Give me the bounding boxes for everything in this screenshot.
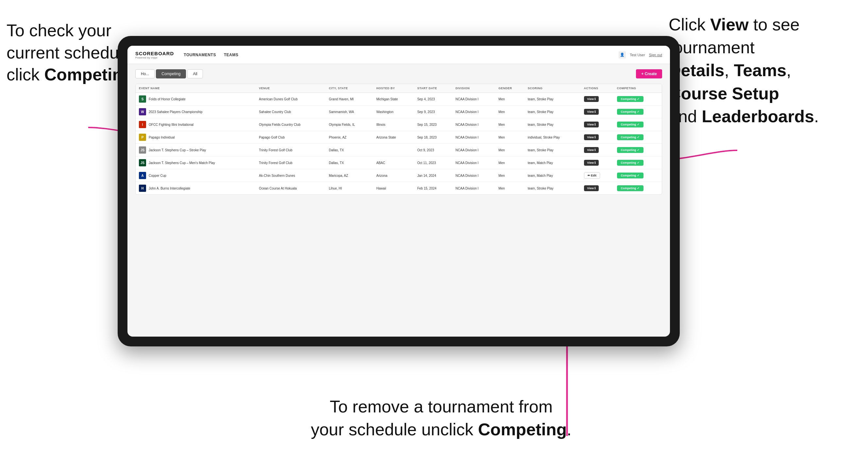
scoring-cell: team, Stroke Play bbox=[525, 93, 581, 105]
col-hosted-by: HOSTED BY bbox=[373, 84, 414, 93]
competing-button[interactable]: Competing ✓ bbox=[617, 96, 644, 102]
team-logo: W bbox=[139, 108, 146, 115]
sign-out-link[interactable]: Sign out bbox=[649, 53, 662, 57]
tab-all[interactable]: All bbox=[187, 69, 203, 79]
scoring-cell: individual, Stroke Play bbox=[525, 131, 581, 144]
tab-competing[interactable]: Competing bbox=[156, 69, 186, 79]
ann-teams-bold: Teams bbox=[734, 61, 786, 80]
table-row: I OFCC Fighting Illini Invitational Olym… bbox=[135, 118, 662, 131]
hosted-by-cell: ABAC bbox=[373, 157, 414, 169]
city-state-cell: Olympia Fields, IL bbox=[326, 118, 373, 131]
division-cell: NCAA Division I bbox=[452, 118, 495, 131]
competing-cell: Competing ✓ bbox=[614, 131, 662, 144]
start-date-cell: Sep 9, 2023 bbox=[414, 105, 452, 118]
city-state-cell: Dallas, TX bbox=[326, 144, 373, 157]
col-start-date: START DATE bbox=[414, 84, 452, 93]
team-logo: JS bbox=[139, 147, 146, 154]
view-button[interactable]: View ℹ bbox=[584, 96, 599, 102]
city-state-cell: Phoenix, AZ bbox=[326, 131, 373, 144]
event-name-cell: W 2023 Sahalee Players Championship bbox=[135, 105, 255, 118]
col-event-name: EVENT NAME bbox=[135, 84, 255, 93]
competing-cell: Competing ✓ bbox=[614, 144, 662, 157]
view-button[interactable]: View ℹ bbox=[584, 122, 599, 127]
ann-right-3c: . bbox=[814, 107, 819, 126]
col-venue: VENUE bbox=[255, 84, 326, 93]
event-name-cell: S Folds of Honor Collegiate bbox=[135, 93, 255, 105]
view-button[interactable]: View ℹ bbox=[584, 160, 599, 166]
hosted-by-cell: Illinois bbox=[373, 118, 414, 131]
team-logo: A bbox=[139, 172, 146, 179]
start-date-cell: Feb 15, 2024 bbox=[414, 182, 452, 195]
venue-cell: Sahalee Country Club bbox=[255, 105, 326, 118]
venue-cell: Ocean Course At Hokuala bbox=[255, 182, 326, 195]
logo-area: SCOREBOARD Powered by clippi bbox=[135, 51, 174, 59]
competing-button[interactable]: Competing ✓ bbox=[617, 109, 644, 115]
competing-button[interactable]: Competing ✓ bbox=[617, 185, 644, 191]
competing-button[interactable]: Competing ✓ bbox=[617, 134, 644, 140]
scoring-cell: team, Stroke Play bbox=[525, 144, 581, 157]
city-state-cell: Grand Haven, MI bbox=[326, 93, 373, 105]
edit-button[interactable]: ✏ Edit bbox=[584, 172, 600, 179]
venue-cell: Ak-Chin Southern Dunes bbox=[255, 169, 326, 182]
event-name: Papago Individual bbox=[149, 136, 175, 139]
table-row: W 2023 Sahalee Players Championship Saha… bbox=[135, 105, 662, 118]
view-button[interactable]: View ℹ bbox=[584, 147, 599, 153]
ann-right-2c: , bbox=[786, 61, 791, 80]
competing-button[interactable]: Competing ✓ bbox=[617, 160, 644, 166]
scoring-cell: team, Stroke Play bbox=[525, 105, 581, 118]
venue-cell: Trinity Forest Golf Club bbox=[255, 144, 326, 157]
competing-button[interactable]: Competing ✓ bbox=[617, 173, 644, 179]
annotation-line3-pre: click bbox=[6, 65, 44, 84]
hosted-by-cell: Michigan State bbox=[373, 93, 414, 105]
table-header-row: EVENT NAME VENUE CITY, STATE HOSTED BY S… bbox=[135, 84, 662, 93]
gender-cell: Men bbox=[495, 105, 524, 118]
division-cell: NCAA Division I bbox=[452, 169, 495, 182]
gender-cell: Men bbox=[495, 144, 524, 157]
actions-cell: View ℹ bbox=[581, 157, 614, 169]
event-name: John A. Burns Intercollegiate bbox=[149, 187, 190, 190]
col-city-state: CITY, STATE bbox=[326, 84, 373, 93]
tournaments-table: EVENT NAME VENUE CITY, STATE HOSTED BY S… bbox=[135, 84, 662, 195]
table-row: JS Jackson T. Stephens Cup – Men's Match… bbox=[135, 157, 662, 169]
logo-sub: Powered by clippi bbox=[135, 56, 174, 59]
hosted-by-cell bbox=[373, 144, 414, 157]
view-button[interactable]: View ℹ bbox=[584, 134, 599, 140]
col-gender: GENDER bbox=[495, 84, 524, 93]
city-state-cell: Dallas, TX bbox=[326, 157, 373, 169]
annotation-line1: To check your bbox=[6, 21, 112, 40]
event-name: Jackson T. Stephens Cup – Stroke Play bbox=[149, 148, 206, 152]
tablet-screen: SCOREBOARD Powered by clippi TOURNAMENTS… bbox=[127, 46, 670, 337]
col-scoring: SCORING bbox=[525, 84, 581, 93]
actions-cell: View ℹ bbox=[581, 105, 614, 118]
competing-button[interactable]: Competing ✓ bbox=[617, 147, 644, 153]
city-state-cell: Maricopa, AZ bbox=[326, 169, 373, 182]
user-icon: 👤 bbox=[619, 51, 626, 59]
table-row: H John A. Burns Intercollegiate Ocean Co… bbox=[135, 182, 662, 195]
table-row: P Papago Individual Papago Golf Club Pho… bbox=[135, 131, 662, 144]
nav-teams[interactable]: TEAMS bbox=[224, 53, 239, 57]
table-row: A Copper Cup Ak-Chin Southern Dunes Mari… bbox=[135, 169, 662, 182]
nav-tournaments[interactable]: TOURNAMENTS bbox=[184, 53, 216, 57]
create-button[interactable]: + Create bbox=[636, 69, 662, 79]
division-cell: NCAA Division I bbox=[452, 105, 495, 118]
gender-cell: Men bbox=[495, 169, 524, 182]
team-logo: H bbox=[139, 185, 146, 192]
team-logo: S bbox=[139, 95, 146, 103]
competing-button[interactable]: Competing ✓ bbox=[617, 122, 644, 127]
view-button[interactable]: View ℹ bbox=[584, 109, 599, 115]
city-state-cell: Sammamish, WA bbox=[326, 105, 373, 118]
user-name: Test User bbox=[630, 53, 645, 57]
tab-home[interactable]: Ho... bbox=[135, 69, 155, 79]
actions-cell: View ℹ bbox=[581, 93, 614, 105]
start-date-cell: Sep 4, 2023 bbox=[414, 93, 452, 105]
actions-cell: View ℹ bbox=[581, 131, 614, 144]
start-date-cell: Sep 18, 2023 bbox=[414, 131, 452, 144]
venue-cell: American Dunes Golf Club bbox=[255, 93, 326, 105]
view-button[interactable]: View ℹ bbox=[584, 185, 599, 191]
hosted-by-cell: Washington bbox=[373, 105, 414, 118]
start-date-cell: Oct 9, 2023 bbox=[414, 144, 452, 157]
ann-right-2b: , bbox=[724, 61, 734, 80]
event-name-cell: JS Jackson T. Stephens Cup – Stroke Play bbox=[135, 144, 255, 157]
city-state-cell: Lihue, HI bbox=[326, 182, 373, 195]
content-area: Ho... Competing All + Create EVENT NAME … bbox=[127, 64, 670, 337]
